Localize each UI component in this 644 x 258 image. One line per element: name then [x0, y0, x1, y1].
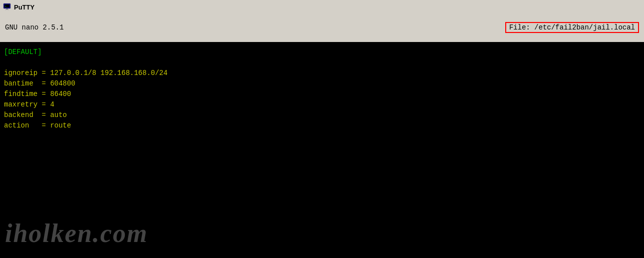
nano-header-row1: GNU nano 2.5.1 File: /etc/fail2ban/jail.… [0, 20, 644, 34]
terminal-line-6: action = route [4, 120, 640, 131]
terminal-line-1: ignoreip = 127.0.0.1/8 192.168.168.0/24 [4, 68, 640, 78]
terminal-line-0: [DEFAULT] [4, 47, 640, 58]
terminal-line-5: backend = auto [4, 110, 640, 120]
title-bar: >_ PuTTY [0, 0, 644, 14]
terminal-line-2: bantime = 604800 [4, 78, 640, 89]
title-bar-text: PuTTY [14, 4, 34, 11]
nano-header: GNU nano 2.5.1 File: /etc/fail2ban/jail.… [0, 14, 644, 42]
svg-text:>_: >_ [5, 5, 7, 8]
putty-icon: >_ [3, 3, 11, 11]
terminal-line-empty [4, 58, 640, 68]
nano-header-row2 [0, 34, 644, 36]
terminal-line-3: findtime = 86400 [4, 89, 640, 100]
watermark: iholken.com [5, 218, 148, 248]
nano-version: GNU nano 2.5.1 [5, 24, 64, 32]
terminal-body: [DEFAULT] ignoreip = 127.0.0.1/8 192.168… [0, 42, 644, 136]
svg-rect-2 [6, 8, 8, 10]
svg-rect-3 [5, 10, 9, 10]
terminal-line-4: maxretry = 4 [4, 100, 640, 110]
file-path: File: /etc/fail2ban/jail.local [505, 22, 639, 33]
